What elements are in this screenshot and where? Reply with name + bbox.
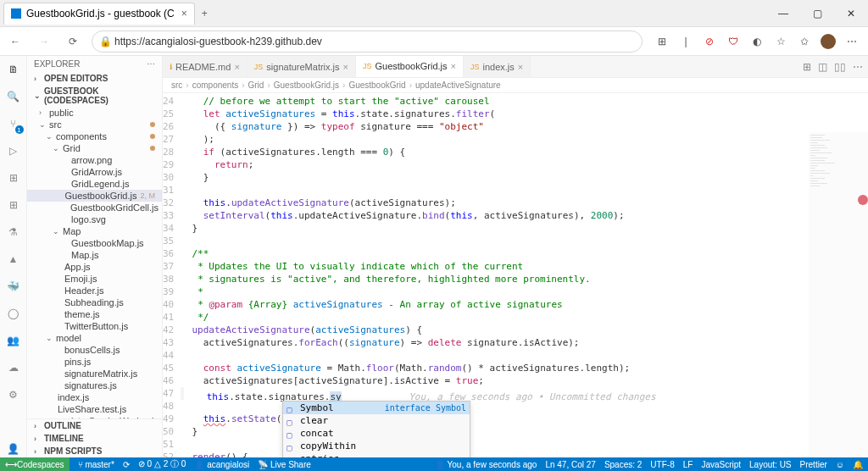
prettier-button[interactable]: Prettier bbox=[800, 460, 827, 469]
tree-item[interactable]: ›public bbox=[27, 107, 162, 119]
fav-icon[interactable]: ☆ bbox=[773, 34, 788, 49]
error-marker[interactable] bbox=[858, 195, 868, 205]
azure-icon[interactable]: ▲ bbox=[5, 251, 22, 268]
project-section[interactable]: ⌄GUESTBOOK (CODESPACES) bbox=[27, 85, 162, 107]
profile-avatar[interactable] bbox=[821, 34, 836, 49]
github-icon[interactable]: ◯ bbox=[5, 305, 22, 322]
remote-icon[interactable]: ⊞ bbox=[5, 169, 22, 186]
codespaces-indicator[interactable]: ⟷ Codespaces bbox=[0, 457, 70, 471]
sidebar-more-icon[interactable]: ⋯ bbox=[147, 59, 155, 69]
tree-item[interactable]: GuestbookGridCell.js bbox=[27, 202, 162, 213]
intellisense-item[interactable]: ▢concat bbox=[283, 427, 470, 440]
editor-tab[interactable]: JSGuestbookGrid.js× bbox=[356, 56, 464, 77]
breadcrumb-item[interactable]: GuestbookGrid bbox=[348, 80, 405, 90]
tree-item[interactable]: theme.js bbox=[27, 308, 162, 320]
blame-info[interactable]: 👤 You, a few seconds ago bbox=[435, 460, 537, 469]
minimize-button[interactable]: — bbox=[766, 0, 800, 27]
tree-item[interactable]: index.js bbox=[27, 391, 162, 403]
tree-item[interactable]: ⌄model bbox=[27, 332, 162, 344]
tree-item[interactable]: GuestbookGrid.js2, M bbox=[27, 190, 162, 202]
live-icon[interactable]: 👥 bbox=[5, 332, 22, 349]
block-icon[interactable]: ⊘ bbox=[702, 34, 717, 49]
ext2-icon[interactable]: ◐ bbox=[749, 34, 765, 49]
preview-icon[interactable]: ◫ bbox=[818, 61, 827, 73]
bell-icon[interactable]: 🔔 bbox=[853, 460, 863, 469]
close-button[interactable]: ✕ bbox=[834, 0, 868, 27]
liveshare-user[interactable]: 👤 acangialosi bbox=[194, 460, 249, 469]
tree-item[interactable]: Emoji.js bbox=[27, 273, 162, 285]
ublock-icon[interactable]: 🛡 bbox=[726, 34, 741, 49]
split-icon[interactable]: ▯▯ bbox=[834, 61, 846, 73]
cursor-position[interactable]: Ln 47, Col 27 bbox=[545, 460, 596, 469]
compare-icon[interactable]: ⊞ bbox=[803, 61, 811, 73]
breadcrumb-item[interactable]: updateActiveSignature bbox=[415, 80, 501, 90]
tree-item[interactable]: LiveShare.test.js bbox=[27, 403, 162, 415]
intellisense-item[interactable]: ▢entries bbox=[283, 452, 470, 457]
intellisense-item[interactable]: ▢copyWithin bbox=[283, 440, 470, 452]
breadcrumb[interactable]: src›components›Grid›GuestbookGrid.js›Gue… bbox=[163, 78, 868, 93]
browser-tab[interactable]: GuestbookGrid.js - guestbook (C × bbox=[3, 3, 195, 25]
explorer-icon[interactable]: 🗎 bbox=[5, 61, 22, 78]
language-mode[interactable]: JavaScript bbox=[701, 460, 741, 469]
timeline-section[interactable]: ›TIMELINE bbox=[27, 432, 162, 445]
tree-item[interactable]: pins.js bbox=[27, 356, 162, 368]
breadcrumb-item[interactable]: src bbox=[171, 80, 182, 90]
close-icon[interactable]: × bbox=[181, 8, 187, 19]
layout-info[interactable]: Layout: US bbox=[749, 460, 791, 469]
reader-icon[interactable]: ⊞ bbox=[654, 34, 670, 49]
tree-item[interactable]: TwitterButton.js bbox=[27, 320, 162, 332]
forward-button[interactable]: → bbox=[34, 36, 54, 47]
cloud-icon[interactable]: ☁ bbox=[5, 359, 22, 376]
breadcrumb-item[interactable]: GuestbookGrid.js bbox=[274, 80, 339, 90]
tree-item[interactable]: arrow.png bbox=[27, 154, 162, 166]
editor-tab[interactable]: JSsignatureMatrix.js× bbox=[248, 56, 356, 77]
open-editors-section[interactable]: ›OPEN EDITORS bbox=[27, 72, 162, 85]
back-button[interactable]: ← bbox=[5, 36, 25, 47]
feedback-icon[interactable]: ☺ bbox=[836, 460, 844, 469]
tree-item[interactable]: signatureMatrix.js bbox=[27, 368, 162, 380]
tree-item[interactable]: Header.js bbox=[27, 285, 162, 296]
eol-info[interactable]: LF bbox=[683, 460, 693, 469]
tree-item[interactable]: ⌄src bbox=[27, 119, 162, 130]
address-bar[interactable]: 🔒 https://acangialosi-guestbook-h239.git… bbox=[92, 30, 643, 53]
tree-item[interactable]: ⌄Grid bbox=[27, 142, 162, 154]
liveshare-button[interactable]: 📡 Live Share bbox=[258, 460, 311, 469]
tree-item[interactable]: GridArrow.js bbox=[27, 166, 162, 178]
ext-icon[interactable]: | bbox=[678, 34, 693, 49]
npm-section[interactable]: ›NPM SCRIPTS bbox=[27, 445, 162, 457]
search-icon[interactable]: 🔍 bbox=[5, 88, 22, 105]
refresh-button[interactable]: ⟳ bbox=[63, 36, 83, 47]
indent-info[interactable]: Spaces: 2 bbox=[604, 460, 642, 469]
problems-indicator[interactable]: ⊘ 0 △ 2 ⓘ 0 bbox=[138, 458, 186, 470]
outline-section[interactable]: ›OUTLINE bbox=[27, 418, 162, 432]
intellisense-item[interactable]: ▢Symbolinterface Symbol bbox=[283, 402, 470, 414]
tree-item[interactable]: ⌄Map bbox=[27, 225, 162, 237]
tree-item[interactable]: logo.svg bbox=[27, 213, 162, 225]
tree-item[interactable]: bonusCells.js bbox=[27, 344, 162, 356]
account-icon[interactable]: 👤 bbox=[5, 441, 22, 457]
tree-item[interactable]: ⌄components bbox=[27, 130, 162, 142]
new-tab-button[interactable]: + bbox=[202, 8, 208, 19]
tree-item[interactable]: Subheading.js bbox=[27, 296, 162, 308]
minimap[interactable]: ────────────────────────────────────────… bbox=[809, 132, 868, 457]
tree-item[interactable]: GuestbookMap.js bbox=[27, 237, 162, 249]
maximize-button[interactable]: ▢ bbox=[800, 0, 834, 27]
sync-button[interactable]: ⟳ bbox=[123, 460, 130, 469]
menu-icon[interactable]: ⋯ bbox=[844, 34, 860, 49]
editor-tab[interactable]: ℹREADME.md× bbox=[163, 56, 248, 77]
run-icon[interactable]: ▷ bbox=[5, 142, 22, 159]
editor-tab[interactable]: JSindex.js× bbox=[464, 56, 531, 77]
breadcrumb-item[interactable]: Grid bbox=[248, 80, 264, 90]
intellisense-item[interactable]: ▢clear bbox=[283, 414, 470, 427]
settings-icon[interactable]: ⚙ bbox=[5, 386, 22, 403]
tree-item[interactable]: signatures.js bbox=[27, 380, 162, 391]
encoding-info[interactable]: UTF-8 bbox=[650, 460, 674, 469]
more-icon[interactable]: ⋯ bbox=[853, 61, 863, 73]
intellisense-popup[interactable]: ▢Symbolinterface Symbol▢clear▢concat▢cop… bbox=[282, 401, 470, 457]
test-icon[interactable]: ⚗ bbox=[5, 224, 22, 241]
source-control-icon[interactable]: ⑂1 bbox=[5, 115, 22, 132]
tree-item[interactable]: App.js bbox=[27, 261, 162, 273]
branch-indicator[interactable]: ⑂ master* bbox=[78, 460, 114, 469]
extensions-icon[interactable]: ⊞ bbox=[5, 197, 22, 213]
breadcrumb-item[interactable]: components bbox=[192, 80, 238, 90]
